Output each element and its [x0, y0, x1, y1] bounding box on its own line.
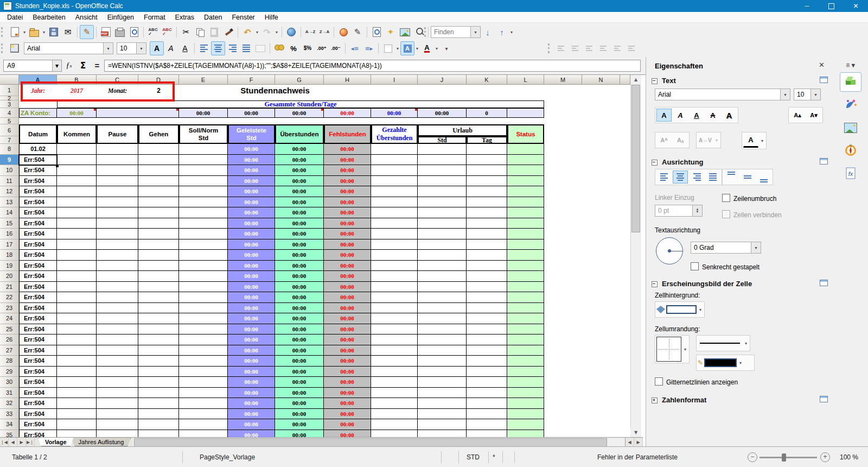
cell-A20[interactable]: Err:504	[19, 271, 57, 282]
cell-I21[interactable]	[371, 282, 418, 293]
find-replace-icon[interactable]	[369, 25, 384, 39]
cell-C25[interactable]	[97, 324, 138, 335]
row-header-2[interactable]: 2	[0, 96, 19, 100]
cell-H16[interactable]: 00:00	[324, 229, 371, 239]
save-icon[interactable]	[47, 25, 61, 39]
cell-I20[interactable]	[371, 271, 418, 282]
row-header-12[interactable]: 12	[0, 186, 19, 197]
cell-L14[interactable]	[507, 207, 544, 218]
cell-B9[interactable]	[57, 155, 97, 166]
cell-F27[interactable]: 00:00	[228, 345, 275, 356]
cell-I23[interactable]	[371, 303, 418, 314]
cell-I30[interactable]	[371, 377, 418, 388]
cell-H23[interactable]: 00:00	[324, 303, 371, 314]
cell-E13[interactable]	[179, 197, 228, 208]
cell-L15[interactable]	[507, 218, 544, 229]
row-header-26[interactable]: 26	[0, 335, 19, 345]
cell-J26[interactable]	[418, 335, 467, 345]
cell-C30[interactable]	[97, 377, 138, 388]
alignment-section-header-dialog-icon[interactable]	[820, 158, 828, 165]
cell-F13[interactable]: 00:00	[228, 197, 275, 208]
cell-G9[interactable]: 00:00	[275, 155, 324, 166]
cell-D27[interactable]	[138, 345, 179, 356]
cell-G32[interactable]: 00:00	[275, 398, 324, 409]
cell-D12[interactable]	[138, 186, 179, 197]
cell-K34[interactable]	[467, 419, 507, 430]
delete-decimal-icon[interactable]: .00⁻	[329, 41, 343, 55]
number-format-section-header[interactable]: Zahlenformat	[652, 396, 828, 404]
text-section-header[interactable]: Text	[652, 77, 828, 85]
cell-L4[interactable]	[507, 108, 544, 118]
column-header-N[interactable]: N	[582, 75, 620, 85]
cell-F20[interactable]: 00:00	[228, 271, 275, 282]
cell-J20[interactable]	[418, 271, 467, 282]
cell-L29[interactable]	[507, 367, 544, 377]
cell-C13[interactable]	[97, 197, 138, 208]
gallery-icon[interactable]	[398, 25, 412, 39]
cell-G30[interactable]: 00:00	[275, 377, 324, 388]
cell-D16[interactable]	[138, 229, 179, 239]
column-header-M[interactable]: M	[544, 75, 582, 85]
cell-F9[interactable]: 00:00	[228, 155, 275, 166]
sort-descending-icon[interactable]: Z→A	[317, 25, 331, 39]
cell-B12[interactable]	[57, 186, 97, 197]
cell-L16[interactable]	[507, 229, 544, 239]
cell-K33[interactable]	[467, 409, 507, 420]
stacked-checkbox[interactable]: Senkrecht gestapelt	[691, 262, 760, 271]
header-cell-gehen[interactable]: Gehen	[138, 124, 179, 144]
maximize-button[interactable]	[819, 0, 844, 12]
cell-L27[interactable]	[507, 345, 544, 356]
column-header-H[interactable]: H	[324, 75, 371, 85]
cell-H33[interactable]: 00:00	[324, 409, 371, 420]
open-icon[interactable]	[27, 25, 41, 39]
cell-C28[interactable]	[97, 356, 138, 367]
header-cell-kommen[interactable]: Kommen	[57, 124, 97, 144]
sidebar-menu-icon[interactable]: ≡ ▾	[833, 61, 868, 69]
cell-A16[interactable]: Err:504	[19, 229, 57, 239]
cell-I19[interactable]	[371, 261, 418, 272]
cell-I35[interactable]	[371, 430, 418, 438]
next-sheet-icon[interactable]: ▶	[17, 438, 26, 446]
cell-A10[interactable]: Err:504	[19, 165, 57, 176]
navigator-tab[interactable]: N	[840, 141, 861, 160]
cell-H27[interactable]: 00:00	[324, 345, 371, 356]
header-cell-urlaub-tag[interactable]: Tag	[467, 136, 507, 144]
cell-A18[interactable]: Err:504	[19, 250, 57, 261]
cell-H8[interactable]: 00:00	[324, 144, 371, 155]
cell-C34[interactable]	[97, 419, 138, 430]
cell-G11[interactable]: 00:00	[275, 176, 324, 187]
cell-F12[interactable]: 00:00	[228, 186, 275, 197]
menu-format[interactable]: Format	[139, 12, 170, 22]
menu-ansicht[interactable]: Ansicht	[71, 12, 103, 22]
menu-bearbeiten[interactable]: Bearbeiten	[28, 12, 70, 22]
cell-B27[interactable]	[57, 345, 97, 356]
column-header-E[interactable]: E	[179, 75, 228, 85]
cell-K20[interactable]	[467, 271, 507, 282]
cell-E22[interactable]	[179, 292, 228, 303]
cell-I24[interactable]	[371, 313, 418, 324]
row-header-17[interactable]: 17	[0, 239, 19, 250]
cell-K27[interactable]	[467, 345, 507, 356]
sum-icon[interactable]: Σ	[76, 59, 90, 73]
cell-K17[interactable]	[467, 239, 507, 250]
row-header-28[interactable]: 28	[0, 356, 19, 367]
align-justified-icon[interactable]	[705, 171, 720, 184]
cell-K13[interactable]	[467, 197, 507, 208]
underline-icon[interactable]: A	[689, 109, 704, 122]
cell-E31[interactable]	[179, 388, 228, 399]
cell-A17[interactable]: Err:504	[19, 239, 57, 250]
cell-A11[interactable]: Err:504	[19, 176, 57, 187]
row-header-34[interactable]: 34	[0, 419, 19, 430]
cell-L18[interactable]	[507, 250, 544, 261]
row-header-32[interactable]: 32	[0, 398, 19, 409]
cell-L28[interactable]	[507, 356, 544, 367]
toolbar-overflow-icon[interactable]: ▾	[439, 41, 454, 55]
cell-A30[interactable]: Err:504	[19, 377, 57, 388]
background-color-dropdown-icon[interactable]: ▾	[698, 303, 703, 316]
cell-K32[interactable]	[467, 398, 507, 409]
cell-G35[interactable]: 00:00	[275, 430, 324, 438]
column-header-K[interactable]: K	[467, 75, 507, 85]
copy-icon[interactable]	[193, 25, 207, 39]
sheet-tab-vorlage[interactable]: Vorlage	[38, 438, 74, 446]
line-style-dropdown-icon[interactable]: ▾	[743, 337, 749, 350]
